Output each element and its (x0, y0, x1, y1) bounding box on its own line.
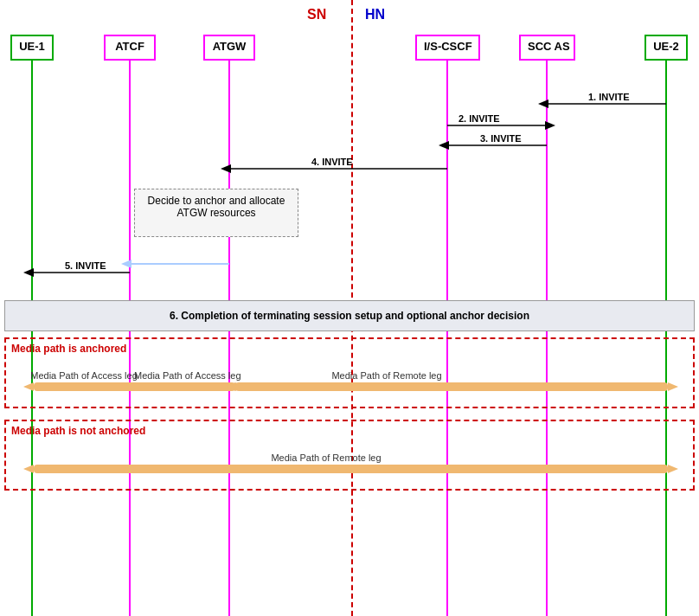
svg-marker-33 (225, 382, 235, 391)
svg-marker-19 (23, 268, 34, 277)
svg-text:Media Path of Remote leg: Media Path of Remote leg (271, 452, 381, 463)
svg-marker-37 (23, 465, 34, 473)
diagram: SN HN UE-1 ATCF ATGW I/S-CSCF SCC AS UE-… (0, 0, 699, 616)
svg-marker-29 (235, 382, 246, 391)
sn-label: SN (307, 7, 326, 22)
atcf-box: ATCF (104, 35, 156, 61)
svg-marker-7 (538, 99, 548, 108)
svg-text:2. INVITE: 2. INVITE (459, 113, 500, 124)
media-anchored-label: Media path is anchored (11, 343, 126, 355)
anchor-note: Decide to anchor and allocateATGW resour… (134, 189, 298, 237)
svg-rect-27 (34, 382, 235, 391)
svg-marker-34 (668, 382, 678, 391)
svg-marker-13 (439, 141, 449, 150)
svg-rect-36 (34, 465, 668, 473)
svg-text:4. INVITE: 4. INVITE (311, 157, 353, 167)
ue1-box: UE-1 (10, 35, 54, 61)
svg-marker-10 (545, 121, 555, 130)
svg-marker-38 (668, 465, 678, 473)
media-anchored-section: Media path is anchored (4, 337, 695, 408)
svg-text:3. INVITE: 3. INVITE (480, 133, 522, 144)
step6-label: 6. Completion of terminating session set… (170, 310, 529, 322)
svg-text:1. INVITE: 1. INVITE (588, 92, 630, 102)
sccas-box: SCC AS (519, 35, 575, 61)
hn-label: HN (365, 7, 385, 22)
atgw-box: ATGW (203, 35, 255, 61)
svg-marker-16 (221, 164, 231, 173)
svg-marker-28 (23, 382, 34, 391)
ue2-box: UE-2 (644, 35, 688, 61)
step6-box: 6. Completion of terminating session set… (4, 300, 695, 331)
svg-rect-32 (235, 382, 668, 391)
svg-marker-22 (121, 260, 131, 268)
media-not-anchored-section: Media path is not anchored Media Path of… (4, 420, 695, 491)
media-not-anchored-label: Media path is not anchored (11, 425, 145, 437)
svg-text:Media Path of Access leg: Media Path of Access leg (30, 370, 138, 381)
svg-text:Media Path of Remote leg: Media Path of Remote leg (331, 370, 441, 381)
svg-text:5. INVITE: 5. INVITE (65, 260, 106, 271)
iscscf-box: I/S-CSCF (415, 35, 480, 61)
svg-text:Media Path of Access leg: Media Path of Access leg (134, 370, 241, 381)
